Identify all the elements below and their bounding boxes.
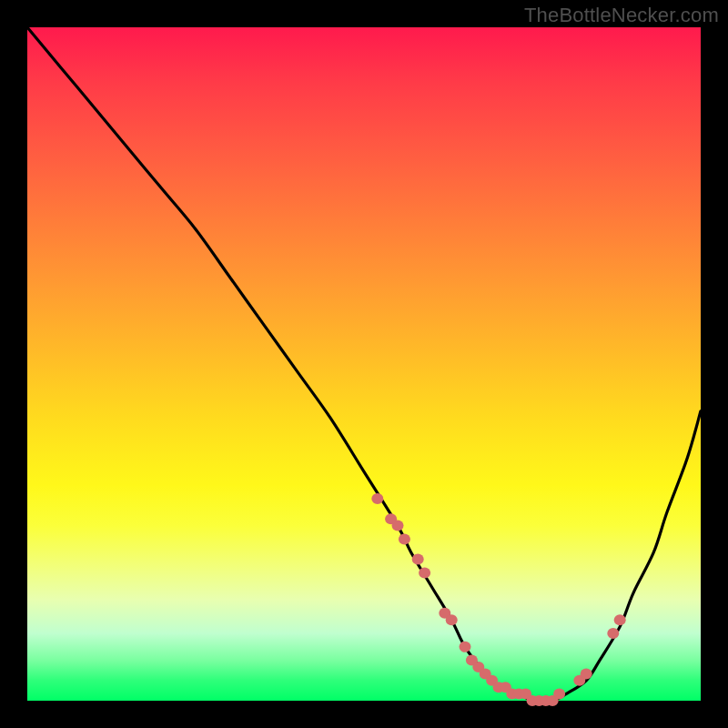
scatter-point xyxy=(446,614,458,625)
chart-frame: TheBottleNecker.com xyxy=(0,0,728,728)
scatter-point xyxy=(399,533,410,544)
scatter-point xyxy=(607,628,619,639)
scatter-point xyxy=(460,642,471,652)
plot-area xyxy=(27,27,701,701)
curve-svg xyxy=(27,27,701,701)
scatter-points xyxy=(371,493,625,706)
scatter-point xyxy=(553,689,565,700)
scatter-point xyxy=(614,614,626,625)
scatter-point xyxy=(371,493,383,504)
scatter-point xyxy=(412,554,424,565)
watermark-text: TheBottleNecker.com xyxy=(524,4,719,27)
scatter-point xyxy=(419,567,430,578)
scatter-point xyxy=(581,668,592,679)
scatter-point xyxy=(392,521,404,531)
bottleneck-curve xyxy=(27,27,701,702)
